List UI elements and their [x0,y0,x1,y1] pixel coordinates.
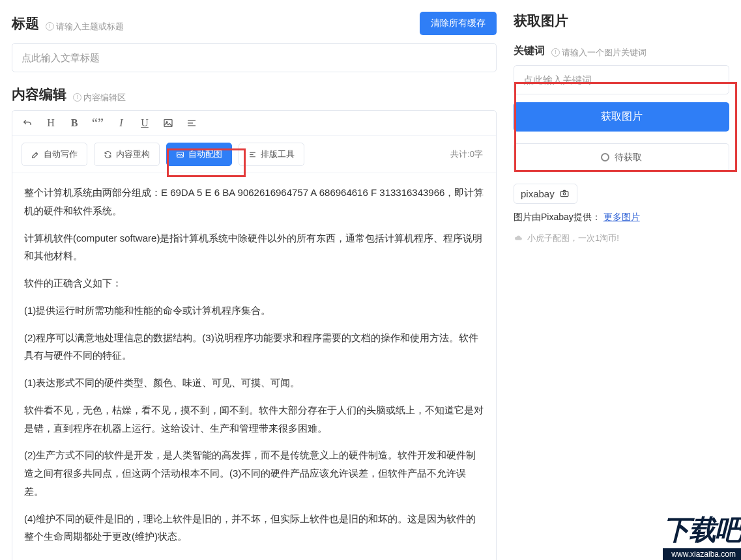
image-icon[interactable] [162,117,174,129]
title-hint: ! 请输入主题或标题 [46,21,124,33]
word-count: 共计:0字 [450,148,487,160]
title-header: 标题 ! 请输入主题或标题 清除所有缓存 [12,12,497,35]
cloud-icon [514,234,523,242]
circle-icon [601,153,609,161]
keyword-label: 关键词 [514,45,545,56]
content-paragraph: 计算机软件(computer software)是指计算机系统中除硬件以外的所有… [24,229,484,266]
editor: H B “” I U 自动写作 [12,110,497,560]
pixabay-badge: pixabay [514,184,577,204]
auto-write-button[interactable]: 自动写作 [22,143,87,166]
underline-icon[interactable]: U [139,117,151,129]
info-icon: ! [551,48,560,57]
undo-icon[interactable] [22,117,33,129]
content-area[interactable]: 整个计算机系统由两部分组成：E 69DA 5 E 6 BA 9062616964… [12,173,496,560]
content-paragraph: (1)提供运行时所需功能和性能的命令或计算机程序集合。 [24,301,484,320]
camera-icon [559,189,570,198]
keyword-hint: ! 请输入一个图片关键词 [551,47,647,59]
picture-icon [176,150,184,159]
auto-image-button[interactable]: 自动配图 [166,143,232,166]
content-paragraph: 软件看不见，无色，枯燥，看不见，摸不到，闻不到。软件大部分存在于人们的头脑或纸上… [24,401,484,438]
content-label: 内容编辑 [12,87,66,102]
format-toolbar: H B “” I U [12,111,496,136]
pending-status: 待获取 [514,143,729,172]
content-header: 内容编辑 ! 内容编辑区 [12,85,497,104]
title-input[interactable] [12,43,497,72]
provider-line: 图片由Pixabay提供： 更多图片 [514,212,729,223]
bold-icon[interactable]: B [68,117,80,129]
svg-point-7 [563,193,566,195]
layout-tool-button[interactable]: 排版工具 [239,143,304,166]
content-paragraph: (1)表达形式不同的硬件类型、颜色、味道、可见、可摸、可闻。 [24,374,484,392]
footer-hint: 小虎子配图，一次1淘币! [514,232,729,244]
content-paragraph: (2)生产方式不同的软件是开发，是人类智能的高发挥，而不是传统意义上的硬件制造。… [24,446,484,500]
content-paragraph: (4)维护不同的硬件是旧的，理论上软件是旧的，并不坏，但实际上软件也是旧的和坏的… [24,510,484,546]
pencil-icon [31,150,40,159]
content-paragraph: 整个计算机系统由两部分组成：E 69DA 5 E 6 BA 9062616964… [24,184,484,220]
title-label: 标题 [12,16,39,31]
layout-icon [248,150,257,159]
svg-rect-6 [560,191,568,197]
watermark: 下载吧 www.xiazaiba.com [663,512,741,560]
image-section-header: 获取图片 [514,12,729,30]
action-toolbar: 自动写作 内容重构 自动配图 [12,136,496,173]
align-left-icon[interactable] [186,117,197,129]
restructure-button[interactable]: 内容重构 [94,143,160,166]
info-icon: ! [46,22,54,31]
italic-icon[interactable]: I [115,117,127,129]
info-icon: ! [73,93,81,102]
keyword-input[interactable] [514,65,729,94]
content-paragraph: (2)程序可以满意地处理信息的数据结构。(3)说明程序功能要求和程序需要的文档的… [24,329,484,365]
content-paragraph: 软件的正确含义如下： [24,274,484,292]
fetch-image-button[interactable]: 获取图片 [514,102,729,132]
more-images-link[interactable]: 更多图片 [603,212,640,222]
image-section-title: 获取图片 [514,12,568,30]
quote-icon[interactable]: “” [92,117,104,129]
content-hint: ! 内容编辑区 [73,92,126,104]
refresh-icon [104,150,112,159]
heading-icon[interactable]: H [45,117,57,129]
clear-cache-button[interactable]: 清除所有缓存 [420,12,497,35]
